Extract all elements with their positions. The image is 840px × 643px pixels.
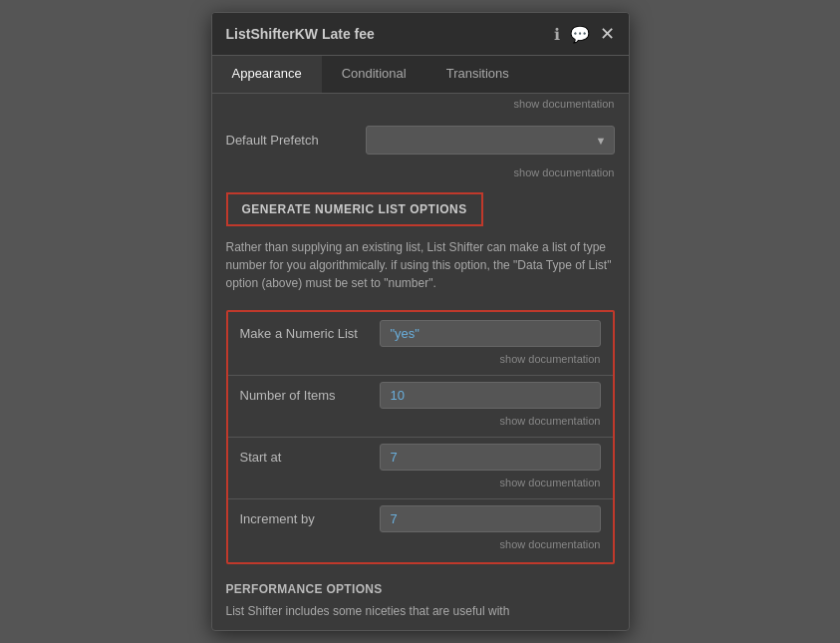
start-at-label: Start at — [240, 450, 370, 465]
tab-transitions[interactable]: Transitions — [426, 56, 529, 93]
performance-options-label: PERFORMANCE OPTIONS — [212, 572, 629, 600]
start-at-show-doc[interactable]: show documentation — [228, 475, 613, 494]
increment-by-label: Increment by — [240, 511, 370, 526]
close-icon[interactable]: ✕ — [600, 23, 615, 45]
content-area: show documentation Default Prefetch ▼ sh… — [212, 94, 629, 630]
default-prefetch-show-doc[interactable]: show documentation — [212, 162, 629, 186]
performance-options-text: List Shifter includes some niceties that… — [212, 600, 629, 630]
increment-by-value: 7 — [380, 505, 601, 532]
number-of-items-row: Number of Items 10 — [228, 380, 613, 413]
transitions-show-doc[interactable]: show documentation — [212, 94, 629, 118]
number-of-items-show-doc[interactable]: show documentation — [228, 413, 613, 433]
divider-3 — [228, 498, 613, 499]
generate-numeric-button[interactable]: GENERATE NUMERIC LIST OPTIONS — [226, 192, 483, 226]
increment-by-row: Increment by 7 — [228, 503, 613, 536]
number-of-items-value: 10 — [380, 382, 601, 409]
dialog: ListShifterKW Late fee ℹ 💬 ✕ Appearance … — [211, 12, 630, 631]
make-numeric-value: "yes" — [380, 320, 601, 347]
divider-2 — [228, 437, 613, 438]
increment-by-show-doc[interactable]: show documentation — [228, 536, 613, 556]
number-of-items-label: Number of Items — [240, 388, 370, 403]
title-bar: ListShifterKW Late fee ℹ 💬 ✕ — [212, 13, 629, 56]
numeric-description: Rather than supplying an existing list, … — [212, 232, 629, 302]
info-icon[interactable]: ℹ — [554, 25, 560, 44]
default-prefetch-select-wrapper: ▼ — [366, 126, 615, 155]
make-numeric-row: Make a Numeric List "yes" — [228, 318, 613, 351]
make-numeric-show-doc[interactable]: show documentation — [228, 351, 613, 371]
start-at-value: 7 — [380, 444, 601, 471]
dialog-title: ListShifterKW Late fee — [226, 26, 375, 42]
tab-appearance[interactable]: Appearance — [212, 56, 322, 93]
title-icons: ℹ 💬 ✕ — [554, 23, 615, 45]
default-prefetch-select[interactable] — [366, 126, 615, 155]
make-numeric-label: Make a Numeric List — [240, 326, 370, 341]
divider-1 — [228, 375, 613, 376]
tab-bar: Appearance Conditional Transitions — [212, 56, 629, 94]
comment-icon[interactable]: 💬 — [570, 25, 590, 44]
tab-conditional[interactable]: Conditional — [322, 56, 426, 93]
start-at-row: Start at 7 — [228, 442, 613, 475]
default-prefetch-row: Default Prefetch ▼ — [212, 118, 629, 162]
default-prefetch-label: Default Prefetch — [226, 133, 356, 148]
numeric-options-section: Make a Numeric List "yes" show documenta… — [226, 310, 615, 564]
